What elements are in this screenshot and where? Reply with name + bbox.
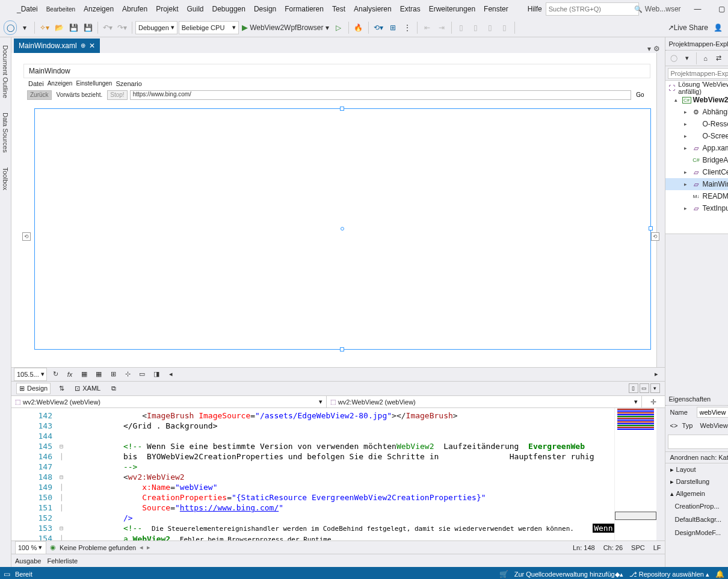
menu-anzeigen[interactable]: Anzeigen [80,3,117,15]
char-indicator[interactable]: Ch: 26 [603,544,623,551]
well-toolbox[interactable]: Toolbox [0,162,11,196]
bell-icon[interactable]: 🔔 [715,570,724,578]
start-no-debug-icon[interactable]: ▷ [332,20,345,35]
se-back-icon[interactable]: ◯ [668,52,680,64]
prop-cat-darstellung[interactable]: ▸Darstellung [665,475,728,488]
tree-item[interactable]: ▸▱TextInputDialog.xaml [665,202,728,214]
breadcrumb-left[interactable]: ⬚wv2:WebView2 (webView)▾ [11,396,327,408]
webview-preview[interactable] [34,108,651,350]
menu-bearbeiten[interactable]: Bearbeiten [43,4,79,14]
menu-design[interactable]: Design [250,3,280,15]
tree-project[interactable]: ▴C#WebView2WpfBrowser [665,94,728,106]
issues-nav-left[interactable]: ◂ [140,543,143,551]
close-tab-icon[interactable]: ✕ [89,42,95,50]
doc-overflow-icon[interactable]: ▾ [647,45,651,53]
se-search-input[interactable] [668,68,728,79]
form-back-button[interactable]: Zurück [27,90,52,100]
document-tab-active[interactable]: MainWindow.xaml ⊕ ✕ [14,39,100,53]
repo-select[interactable]: ⎇ Repository auswählen ▴ [629,571,709,578]
grid-icon-1[interactable]: ▦ [78,368,90,380]
menu-guild[interactable]: Guild [184,3,208,15]
se-home-icon[interactable]: ⌂ [700,52,712,64]
search-box[interactable]: 🔍 [546,2,639,16]
tree-item[interactable]: C#BridgeAddRemoteObject.cs [665,154,728,166]
prop-arrange[interactable]: Anordnen nach: Kategorie ▪ [665,451,728,463]
redo-icon[interactable]: ↷▾ [116,20,129,35]
save-all-icon[interactable]: 💾 [81,20,94,35]
indent-right-icon[interactable]: ⇥ [435,20,448,35]
prop-name-input[interactable] [697,407,728,418]
device-icon[interactable]: ▭ [136,368,148,380]
tree-item[interactable]: ▸▱ClientCertificateSelectionDialog.xaml [665,166,728,178]
indent-indicator[interactable]: SPC [631,544,645,551]
form-menu-datei[interactable]: Datei [28,80,44,87]
scroll-right-icon[interactable]: ▸ [650,368,662,380]
toggle-icon[interactable]: ◨ [150,368,162,380]
error-list-tab[interactable]: Fehlerliste [47,557,78,565]
browser-link-icon[interactable]: ⟲▾ [372,20,385,35]
snap-icon[interactable]: ⊞ [107,368,119,380]
align-icon-4[interactable]: ▯ [498,20,511,35]
form-forward-button[interactable]: Vorwärts bezieht. [54,90,105,100]
tree-item[interactable]: ▸O-Ressourcen [665,118,728,130]
split-v-icon[interactable]: ▯ [629,383,638,393]
se-sync-icon[interactable]: ⊡ [726,52,728,64]
output-tab[interactable]: Ausgabe [15,557,41,565]
code-text[interactable]: <ImageBrush ImageSource="/assets/EdgeWeb… [67,408,614,540]
search-input[interactable] [546,5,634,13]
menu-debuggen[interactable]: Debuggen [209,3,249,15]
config-combo[interactable]: Debuggen▾ [135,21,177,34]
menu-extras[interactable]: Extras [396,3,424,15]
tree-solution[interactable]: ⛶Lösung 'WebView2WpfBrowser' (1 von 1 an… [665,82,728,94]
indent-left-icon[interactable]: ⇤ [421,20,434,35]
save-icon[interactable]: 💾 [67,20,80,35]
refresh-icon[interactable]: ↻ [49,368,61,380]
popout-icon[interactable]: ⧉ [108,382,120,394]
forward-nav-icon[interactable]: ▾ [18,20,31,35]
zoom-combo[interactable]: 105.5...▾ [14,368,47,381]
se-switch-icon[interactable]: ⇄ [713,52,725,64]
code-scrollbar[interactable] [656,408,665,540]
account-icon[interactable]: 👤 [711,20,724,35]
xaml-tab[interactable]: ⊡ XAML [72,383,103,394]
hot-reload-icon[interactable]: 🔥 [352,20,365,35]
prop-search[interactable]: 🔍 [668,435,728,449]
form-menu-anzeigen[interactable]: Anzeigen [48,80,73,87]
prop-cat-allgemein[interactable]: ▴Allgemein [665,488,728,500]
menu-abrufen[interactable]: Abrufen [119,3,151,15]
output-window-icon[interactable]: ▭ [4,570,10,578]
tree-item[interactable]: ▸⚙Abhängigkeiten [665,106,728,118]
tree-item[interactable]: ▸O-Screenshots [665,130,728,142]
back-nav-icon[interactable]: ◯ [4,20,17,35]
align-icon-3[interactable]: ▯ [484,20,497,35]
form-menu-einstellungen[interactable]: Einstellungen [76,80,112,87]
doc-settings-icon[interactable]: ⚙ [653,45,660,53]
breadcrumb-right[interactable]: ⬚wv2:WebView2 (webView)▾ [327,396,642,408]
menu-projekt[interactable]: Projekt [152,3,182,15]
line-indicator[interactable]: Ln: 148 [573,544,595,551]
fold-column[interactable]: ⊟│ ⊟│││ ⊟│ [56,408,67,540]
eol-indicator[interactable]: LF [653,544,661,551]
platform-combo[interactable]: Beliebige CPU▾ [179,21,239,34]
form-go-button[interactable]: Go [634,90,646,100]
open-folder-icon[interactable]: 📂 [52,20,66,35]
pin-icon[interactable]: ⊕ [81,42,85,49]
design-tab[interactable]: ⊞ Design [16,383,51,394]
fx-icon[interactable]: fx [64,368,76,380]
se-scroll-h[interactable] [665,234,728,243]
prop-cat-layout[interactable]: ▸Layout [665,463,728,475]
swap-icon[interactable]: ⇅ [55,382,67,394]
menu-formatieren[interactable]: Formatieren [281,3,327,15]
grid-icon-2[interactable]: ▦ [93,368,105,380]
properties-header[interactable]: Eigenschaften ▾📌✕ [665,392,728,406]
tree-item-selected[interactable]: ▸▱MainWindow.xaml [665,178,728,190]
split-h-icon[interactable]: ▭ [640,383,649,393]
issues-nav-right[interactable]: ▸ [147,543,150,551]
live-share-button[interactable]: ↗ Live Share [666,20,710,35]
menu-test[interactable]: Test [329,3,349,15]
collapse-pane-icon[interactable]: ▾ [650,383,660,393]
well-document-outline[interactable]: Document Outline [0,40,11,104]
prop-row[interactable]: DesignModeF... (Farbe) New ▾ [665,526,728,539]
new-item-icon[interactable]: ✧▾ [38,20,51,35]
maximize-button[interactable]: ▢ [711,1,728,17]
